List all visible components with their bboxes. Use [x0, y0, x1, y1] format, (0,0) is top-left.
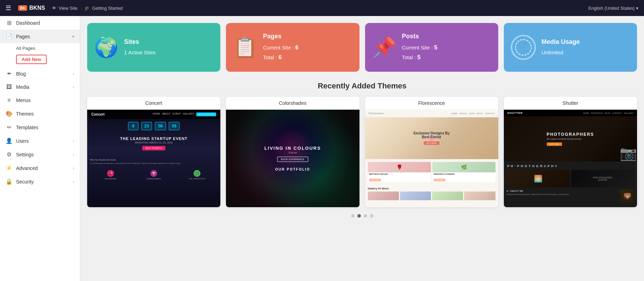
- dot-4[interactable]: [370, 214, 373, 218]
- hamburger-icon[interactable]: ☰: [6, 4, 11, 12]
- media-circle-icon: [511, 35, 536, 60]
- media-stat-title: Media Usage: [541, 38, 580, 46]
- pages-stat-title: Pages: [263, 33, 298, 40]
- chevron-down-icon: ▾: [72, 34, 74, 39]
- carousel-dots: [87, 214, 637, 218]
- pages-total-label: Total :: [263, 54, 277, 60]
- sidebar-item-themes[interactable]: 🎨 Themes: [0, 107, 80, 120]
- grad-icon: 🎓: [84, 6, 90, 11]
- theme-title-colorshades: Colorshades: [226, 97, 359, 110]
- sites-title: Sites: [124, 38, 156, 46]
- theme-title-shutter: Shutter: [504, 97, 637, 110]
- chevron-right-icon-media: ›: [73, 85, 74, 89]
- stat-card-sites: 🌍 Sites 1 Active Sites: [87, 23, 220, 72]
- sidebar-label-pages: Pages: [16, 34, 30, 39]
- pages-icon: 📄: [6, 33, 13, 40]
- blog-icon: ✒: [6, 70, 13, 77]
- sidebar-label-themes: Themes: [16, 111, 34, 117]
- theme-card-shutter[interactable]: Shutter SHUTTER HOMEPORTFOLIOBLOGCONTACT…: [504, 97, 637, 207]
- theme-title-florescence: Florescence: [365, 97, 498, 110]
- theme-title-concert: Concert: [87, 97, 220, 110]
- sidebar-label-security: Security: [16, 179, 34, 185]
- sidebar-item-media[interactable]: 🖼 Media ›: [0, 80, 80, 94]
- advanced-icon: ⚡: [6, 165, 13, 171]
- chevron-right-icon: ›: [73, 71, 74, 76]
- chevron-right-icon-advanced: ›: [73, 166, 74, 171]
- sidebar-item-dashboard[interactable]: ⊞ Dashboard: [0, 16, 80, 30]
- sidebar-label-templates: Templates: [16, 125, 38, 130]
- main-layout: ⊞ Dashboard 📄 Pages ▾ All Pages Add New …: [0, 16, 644, 281]
- themes-section-title: Recently Added Themes: [87, 81, 637, 91]
- sidebar-item-all-pages[interactable]: All Pages: [16, 43, 80, 53]
- pages-submenu: All Pages Add New: [0, 43, 80, 67]
- sidebar-item-blog[interactable]: ✒ Blog ›: [0, 67, 80, 80]
- topbar: ☰ BK BKNS 👁 View Site 🎓 Getting Started …: [0, 0, 644, 16]
- stat-card-posts: 📌 Posts Current Site : 5 Total : 5: [365, 23, 498, 72]
- sidebar-label-advanced: Advanced: [16, 165, 38, 171]
- eye-icon: 👁: [52, 6, 56, 11]
- sidebar-item-settings[interactable]: ⚙ Settings ›: [0, 148, 80, 161]
- sidebar-label-users: Users: [16, 138, 29, 144]
- posts-current-label: Current Site :: [402, 45, 433, 50]
- theme-card-colorshades[interactable]: Colorshades LIVING IN COLOURS True Art B…: [226, 97, 359, 207]
- chevron-right-icon-settings: ›: [73, 152, 74, 157]
- sidebar-item-users[interactable]: 👤 Users ›: [0, 134, 80, 148]
- language-selector[interactable]: English (United States) ▾: [588, 6, 638, 11]
- colorshades-btn[interactable]: BOOK EXPERIENCE: [277, 157, 308, 162]
- shutter-preview: SHUTTER HOMEPORTFOLIOBLOGCONTACTGALLERY …: [504, 110, 637, 207]
- media-value: Unlimited: [541, 48, 580, 57]
- security-icon: 🔒: [6, 178, 13, 185]
- sidebar-label-blog: Blog: [16, 71, 26, 77]
- sidebar-label-dashboard: Dashboard: [16, 20, 40, 26]
- main-content: 🌍 Sites 1 Active Sites 📋 Pages Current S…: [80, 16, 644, 281]
- sites-info: Sites 1 Active Sites: [124, 38, 156, 57]
- posts-info: Posts Current Site : 5 Total : 5: [402, 33, 438, 62]
- posts-stat-icon: 📌: [372, 36, 396, 59]
- pages-info: Pages Current Site : 6 Total : 6: [263, 33, 298, 62]
- posts-current-site: Current Site : 5 Total : 5: [402, 43, 438, 62]
- sites-icon: 🌍: [94, 36, 119, 59]
- posts-current-value: 5: [434, 44, 437, 51]
- sidebar-item-security[interactable]: 🔒 Security ›: [0, 175, 80, 188]
- menus-icon: ≡: [6, 97, 13, 103]
- sidebar-item-menus[interactable]: ≡ Menus: [0, 94, 80, 107]
- sidebar-label-settings: Settings: [16, 152, 34, 157]
- logo-icon: BK: [18, 5, 27, 11]
- chevron-right-icon-security: ›: [73, 179, 74, 184]
- concert-preview: Concert HOMEABOUTEVENTGALLERY BUY TICKET…: [87, 110, 220, 207]
- florescence-preview: Florescence HOMEABOUTSHOPBLOGCONTACT 🌸 E…: [365, 110, 498, 207]
- pages-total-value: 6: [278, 54, 281, 61]
- add-new-button[interactable]: Add New: [16, 55, 47, 64]
- posts-stat-title: Posts: [402, 33, 438, 40]
- chevron-right-icon-users: ›: [73, 139, 74, 143]
- pages-current-site: Current Site : 6 Total : 6: [263, 43, 298, 62]
- dot-3[interactable]: [364, 214, 367, 218]
- topbar-nav: 👁 View Site 🎓 Getting Started: [52, 6, 581, 11]
- dot-1[interactable]: [351, 214, 355, 218]
- sidebar-label-menus: Menus: [16, 97, 31, 103]
- media-circle-inner: [515, 39, 532, 56]
- theme-card-florescence[interactable]: Florescence Florescence HOMEABOUTSHOPBLO…: [365, 97, 498, 207]
- logo: BK BKNS: [18, 5, 45, 11]
- sidebar-item-templates[interactable]: ✏ Templates: [0, 120, 80, 134]
- sidebar: ⊞ Dashboard 📄 Pages ▾ All Pages Add New …: [0, 16, 80, 281]
- posts-total-label: Total :: [402, 54, 416, 60]
- settings-icon: ⚙: [6, 151, 13, 158]
- colorshades-preview: LIVING IN COLOURS True Art BOOK EXPERIEN…: [226, 110, 359, 207]
- sidebar-item-advanced[interactable]: ⚡ Advanced ›: [0, 161, 80, 175]
- sidebar-item-pages[interactable]: 📄 Pages ▾: [0, 30, 80, 43]
- getting-started-link[interactable]: 🎓 Getting Started: [84, 6, 122, 11]
- sidebar-label-media: Media: [16, 84, 29, 90]
- themes-grid: Concert Concert HOMEABOUTEVENTGALLERY BU…: [87, 97, 637, 207]
- pages-current-value: 6: [295, 44, 298, 51]
- sites-value: 1 Active Sites: [124, 48, 156, 57]
- media-info: Media Usage Unlimited: [541, 38, 580, 57]
- media-icon: 🖼: [6, 84, 13, 90]
- view-site-link[interactable]: 👁 View Site: [52, 6, 77, 11]
- dot-2[interactable]: [357, 214, 361, 218]
- pages-current-label: Current Site :: [263, 45, 294, 50]
- posts-total-value: 5: [417, 54, 421, 61]
- stat-card-pages: 📋 Pages Current Site : 6 Total : 6: [226, 23, 359, 72]
- theme-card-concert[interactable]: Concert Concert HOMEABOUTEVENTGALLERY BU…: [87, 97, 220, 207]
- stats-row: 🌍 Sites 1 Active Sites 📋 Pages Current S…: [87, 23, 637, 72]
